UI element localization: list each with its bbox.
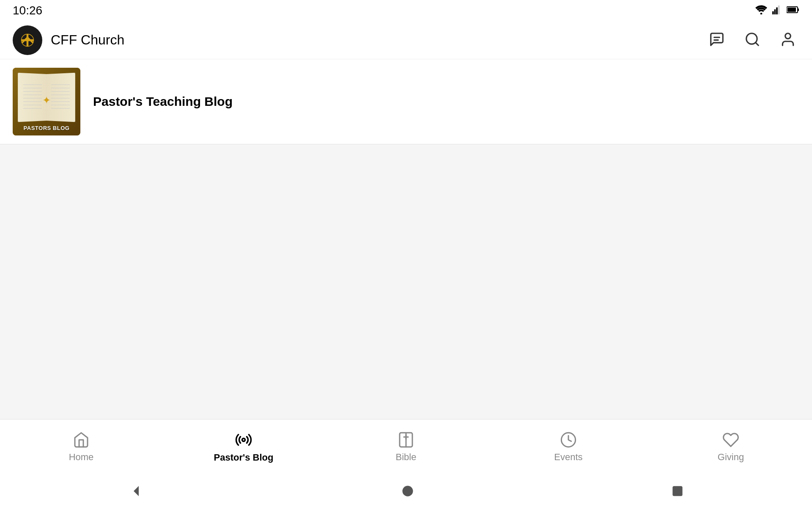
blog-item[interactable]: ✦ PASTORS BLOG Pastor's Teaching Blog (0, 59, 381, 144)
svg-rect-3 (776, 8, 778, 15)
profile-icon (780, 31, 796, 49)
chat-button[interactable] (705, 28, 728, 52)
svg-rect-7 (798, 8, 799, 11)
nav-pastors-blog-label: Pastor's Blog (214, 452, 274, 463)
search-button[interactable] (741, 28, 764, 52)
svg-line-17 (755, 42, 758, 45)
bible-icon (398, 431, 414, 448)
nav-events[interactable]: Events (487, 427, 650, 467)
nav-giving-label: Giving (718, 452, 744, 463)
thumbnail-logo: ✦ (42, 94, 51, 106)
app-logo (13, 25, 42, 55)
status-time: 10:26 (13, 4, 42, 17)
search-icon (744, 31, 760, 49)
svg-marker-41 (134, 486, 139, 496)
home-button[interactable] (401, 485, 414, 497)
nav-pastors-blog[interactable]: Pastor's Blog (162, 427, 325, 467)
svg-rect-4 (778, 6, 780, 14)
svg-point-42 (402, 486, 413, 497)
svg-rect-1 (772, 11, 774, 14)
svg-point-18 (785, 33, 791, 39)
svg-rect-6 (787, 8, 796, 12)
bottom-nav: Home Pastor's Blog Bible (0, 419, 812, 474)
nav-home[interactable]: Home (0, 427, 162, 467)
nav-bible-label: Bible (396, 452, 417, 463)
home-icon (73, 431, 90, 448)
status-icons (755, 5, 799, 16)
app-title: CFF Church (51, 32, 124, 48)
signal-icon (772, 5, 782, 16)
back-button[interactable] (129, 483, 144, 499)
thumbnail-label: PASTORS BLOG (13, 125, 80, 131)
nav-events-label: Events (554, 452, 582, 463)
chat-icon (709, 31, 725, 49)
svg-rect-2 (774, 9, 776, 14)
nav-home-label: Home (69, 452, 94, 463)
status-bar: 10:26 (0, 0, 812, 21)
main-content: ✦ PASTORS BLOG Pastor's Teaching Blog (0, 59, 812, 438)
header-right (705, 28, 799, 52)
header-left: CFF Church (13, 25, 124, 55)
events-icon (560, 431, 577, 448)
system-nav-bar (0, 474, 812, 508)
app-header: CFF Church (0, 21, 812, 59)
wifi-icon (755, 5, 767, 16)
svg-point-0 (760, 13, 763, 14)
nav-giving[interactable]: Giving (650, 427, 812, 467)
battery-icon (787, 5, 799, 16)
blog-list: ✦ PASTORS BLOG Pastor's Teaching Blog (0, 59, 812, 144)
recents-button[interactable] (672, 485, 683, 497)
broadcast-icon (235, 431, 252, 449)
blog-item-title: Pastor's Teaching Blog (93, 94, 233, 108)
nav-bible[interactable]: Bible (325, 427, 487, 467)
blog-info: Pastor's Teaching Blog (93, 94, 368, 109)
profile-button[interactable] (776, 28, 799, 52)
svg-point-35 (242, 438, 245, 441)
blog-thumbnail: ✦ PASTORS BLOG (13, 68, 80, 135)
giving-icon (722, 431, 739, 448)
svg-rect-43 (672, 486, 682, 496)
